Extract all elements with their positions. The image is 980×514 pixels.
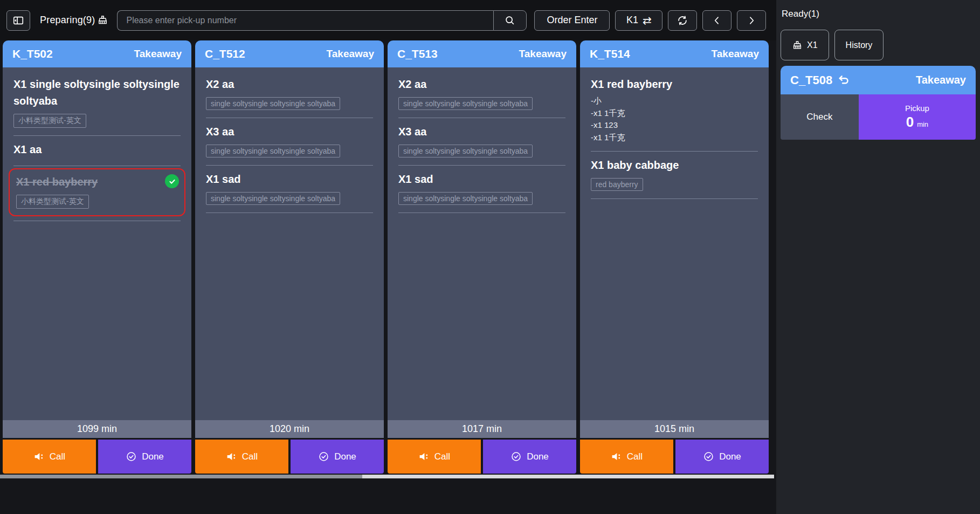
item-divider xyxy=(13,221,181,221)
order-card: K_T502 Takeaway X1 single soltysingle so… xyxy=(3,40,191,474)
order-item: X1 aa xyxy=(13,136,181,166)
item-tags: 小料类型测试-英文 xyxy=(16,195,178,209)
item-tags: single soltysingle soltysingle soltyaba xyxy=(206,145,373,157)
order-item: X1 sad single soltysingle soltysingle so… xyxy=(398,166,565,213)
search-icon xyxy=(504,15,516,26)
circle-check-icon xyxy=(703,451,714,462)
search-button[interactable] xyxy=(493,10,527,31)
ready-panel: Ready(1) X1 History C_T508 xyxy=(776,0,980,514)
refresh-button[interactable] xyxy=(668,10,697,31)
order-type-label: Takeaway xyxy=(327,48,374,60)
item-divider xyxy=(206,213,373,213)
clear-broom-icon xyxy=(792,40,803,51)
done-button[interactable]: Done xyxy=(483,440,576,474)
elapsed-time-bar: 1020 min xyxy=(195,420,384,438)
station-label: K1 xyxy=(626,15,638,26)
chevron-left-icon xyxy=(712,15,722,26)
elapsed-time: 1017 min xyxy=(462,423,502,435)
refresh-icon xyxy=(677,15,688,26)
modifier-line: -x1 1千克 xyxy=(591,132,758,144)
item-title: X3 aa xyxy=(398,124,565,140)
ready-panel-buttons: X1 History xyxy=(781,30,976,60)
card-body: X2 aa single soltysingle soltysingle sol… xyxy=(388,67,576,420)
order-type-label: Takeaway xyxy=(134,48,182,60)
sidebar-toggle-button[interactable] xyxy=(6,10,30,31)
done-button-label: Done xyxy=(142,451,164,462)
speaker-icon xyxy=(33,451,45,462)
undo-return-icon[interactable] xyxy=(838,74,850,86)
speaker-icon xyxy=(226,451,237,462)
done-button[interactable]: Done xyxy=(291,440,384,474)
order-item: X1 baby cabbage red bayberry xyxy=(591,152,758,198)
item-tag: single soltysingle soltysingle soltyaba xyxy=(206,97,340,110)
speaker-icon xyxy=(418,451,430,462)
clear-ready-count: X1 xyxy=(807,40,818,50)
item-tags: 小料类型测试-英文 xyxy=(13,114,181,128)
elapsed-time-bar: 1017 min xyxy=(388,420,576,438)
done-button-label: Done xyxy=(719,451,741,462)
done-button[interactable]: Done xyxy=(675,440,769,474)
ready-order-card: C_T508 Takeaway Check Pickup 0 min xyxy=(781,66,976,140)
station-switch-button[interactable]: K1 ⇄ xyxy=(615,10,662,31)
item-divider xyxy=(398,213,565,213)
item-title: X1 baby cabbage xyxy=(591,157,758,174)
item-tags: single soltysingle soltysingle soltyaba xyxy=(206,97,373,110)
card-body: X1 single soltysingle soltysingle soltya… xyxy=(3,67,191,420)
check-button[interactable]: Check xyxy=(781,94,859,140)
item-tag: single soltysingle soltysingle soltyaba xyxy=(206,192,340,205)
pickup-button[interactable]: Pickup 0 min xyxy=(859,94,976,140)
pickup-search xyxy=(117,10,527,31)
call-button[interactable]: Call xyxy=(3,440,96,474)
ticket-number: C_T512 xyxy=(205,47,245,60)
ticket-number: K_T514 xyxy=(590,47,630,60)
card-actions: Call Done xyxy=(3,440,191,474)
item-title: X1 red bayberry xyxy=(16,174,178,190)
page-next-button[interactable] xyxy=(737,10,766,31)
horizontal-scrollbar[interactable] xyxy=(0,475,774,478)
ticket-number: K_T502 xyxy=(12,47,53,60)
ready-order-type-label: Takeaway xyxy=(916,74,966,86)
elapsed-time: 1015 min xyxy=(654,423,694,435)
order-item: X2 aa single soltysingle soltysingle sol… xyxy=(206,71,373,118)
order-card-header: C_T513 Takeaway xyxy=(388,40,576,67)
item-tag: single soltysingle soltysingle soltyaba xyxy=(206,145,340,157)
swap-horizontal-icon: ⇄ xyxy=(643,15,652,26)
card-actions: Call Done xyxy=(388,440,576,474)
sidebar-collapse-icon xyxy=(12,15,24,26)
top-toolbar: Preparing(9) Order Enter K1 xyxy=(0,0,776,40)
order-card: C_T512 Takeaway X2 aa single soltysingle… xyxy=(195,40,384,474)
call-button[interactable]: Call xyxy=(195,440,288,474)
item-tag: single soltysingle soltysingle soltyaba xyxy=(398,192,533,205)
item-title: X2 aa xyxy=(398,76,565,93)
item-title: X1 sad xyxy=(206,171,373,188)
clear-broom-icon[interactable] xyxy=(97,15,108,26)
item-title: X1 red bayberry xyxy=(591,76,758,93)
horizontal-scrollbar-thumb[interactable] xyxy=(0,475,362,478)
modifier-line: -x1 123 xyxy=(591,119,758,132)
pickup-number-input[interactable] xyxy=(117,10,493,31)
page-previous-button[interactable] xyxy=(702,10,731,31)
ticket-number: C_T513 xyxy=(397,47,438,60)
circle-check-icon xyxy=(126,451,137,462)
clear-ready-button[interactable]: X1 xyxy=(781,30,829,60)
item-modifiers: -小-x1 1千克-x1 123-x1 1千克 xyxy=(591,95,758,143)
item-title: X1 aa xyxy=(13,141,181,158)
elapsed-time-bar: 1015 min xyxy=(580,420,769,438)
pickup-minutes: 0 xyxy=(906,114,914,131)
item-tag: red bayberry xyxy=(591,178,643,191)
call-button[interactable]: Call xyxy=(388,440,481,474)
call-button[interactable]: Call xyxy=(580,440,673,474)
preparing-count-label: Preparing(9) xyxy=(40,15,95,26)
done-button-label: Done xyxy=(527,451,549,462)
pickup-minutes-unit: min xyxy=(917,120,928,128)
order-type-label: Takeaway xyxy=(712,48,759,60)
order-card-header: C_T512 Takeaway xyxy=(195,40,384,67)
done-button[interactable]: Done xyxy=(98,440,191,474)
ready-card-header[interactable]: C_T508 Takeaway xyxy=(781,66,976,94)
order-card-header: K_T502 Takeaway xyxy=(3,40,191,67)
card-actions: Call Done xyxy=(195,440,384,474)
history-button[interactable]: History xyxy=(834,30,884,60)
item-tags: single soltysingle soltysingle soltyaba xyxy=(398,145,565,157)
order-item: X3 aa single soltysingle soltysingle sol… xyxy=(206,118,373,165)
order-enter-button[interactable]: Order Enter xyxy=(534,10,610,31)
